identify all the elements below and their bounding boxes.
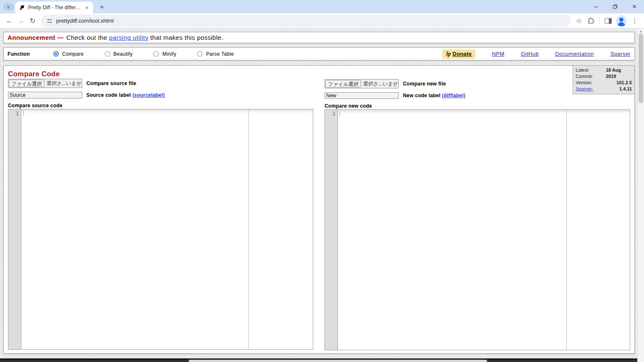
diff-code-editor: 1 xyxy=(325,109,630,350)
url-text: prettydiff.com/tool.xhtml xyxy=(56,18,114,24)
avatar-person-icon xyxy=(619,18,623,22)
source-editor-divider xyxy=(248,109,249,349)
diff-file-caption: Compare new file xyxy=(403,81,446,87)
nav-link-npm[interactable]: NPM xyxy=(492,51,504,57)
announcement-bar: Announcement — Check out the parsing uti… xyxy=(3,32,635,43)
line-number: 1 xyxy=(332,111,335,117)
version-box: Latest Commit: 18 Aug 2019 Version: 101.… xyxy=(573,66,634,94)
next-section-edge xyxy=(0,358,637,362)
nav-link-documentation[interactable]: Documentation xyxy=(555,51,594,57)
minimize-button[interactable] xyxy=(586,0,605,13)
function-label: Function xyxy=(8,51,30,57)
source-column: Compare Code ファイル選択 選択さ...いません Compare s… xyxy=(8,70,313,350)
sparser-version-link[interactable]: Sparser: xyxy=(576,86,593,92)
source-label-input[interactable] xyxy=(8,92,82,98)
side-panel-icon[interactable] xyxy=(602,15,614,27)
text-cursor xyxy=(23,111,23,116)
window-controls: × xyxy=(586,0,644,13)
source-file-select-button[interactable]: ファイル選択 xyxy=(9,80,44,87)
chevron-down-icon: ∨ xyxy=(7,5,10,9)
menu-icon[interactable]: ⋮ xyxy=(629,15,641,27)
source-file-input[interactable]: ファイル選択 選択さ...いません xyxy=(8,79,82,88)
version-row: Version: 101.2.5 xyxy=(576,80,632,86)
source-file-caption: Compare source file xyxy=(86,80,136,86)
reload-button[interactable]: ↻ xyxy=(27,15,39,27)
radio-minify[interactable]: Minify xyxy=(153,51,176,57)
function-bar-links: lp Donate NPM GitHub Documentation Spars… xyxy=(442,49,631,59)
function-bar: Function Compare Beautify Minify Parse T… xyxy=(3,47,635,60)
source-label-caption: Source code label (sourcelabel) xyxy=(86,92,165,98)
radio-parse-table-icon[interactable] xyxy=(197,51,203,57)
radio-minify-icon[interactable] xyxy=(153,51,159,57)
forward-button[interactable]: → xyxy=(15,15,27,27)
diff-column: ファイル選択 選択さ...いません Compare new file New c… xyxy=(325,70,630,350)
toolbar-actions: ☆ ⋮ xyxy=(573,15,641,27)
extensions-icon[interactable] xyxy=(585,15,597,27)
source-code-caption: Compare source code xyxy=(8,103,313,109)
profile-avatar[interactable] xyxy=(616,16,627,26)
diff-code-caption: Compare new code xyxy=(325,103,630,109)
tab-search-button[interactable]: ∨ xyxy=(3,3,13,10)
page-scrollbar[interactable]: ▲ xyxy=(637,28,644,362)
compare-code-panel: Latest Commit: 18 Aug 2019 Version: 101.… xyxy=(3,65,635,354)
toolbar-divider xyxy=(599,17,600,25)
diff-code-textarea[interactable] xyxy=(338,110,566,350)
radio-beautify[interactable]: Beautify xyxy=(105,51,133,57)
back-button[interactable]: ← xyxy=(3,15,15,27)
source-file-status: 選択さ...いません xyxy=(44,80,81,87)
browser-titlebar: ∨ Pretty Diff - The difference tool × + … xyxy=(0,0,644,13)
sourcelabel-link[interactable]: (sourcelabel) xyxy=(132,92,165,98)
scroll-up-icon[interactable]: ▲ xyxy=(638,28,644,34)
scrollbar-thumb[interactable] xyxy=(639,34,643,103)
nav-link-github[interactable]: GitHub xyxy=(521,51,539,57)
paypal-icon: lp xyxy=(446,51,451,57)
diff-file-status: 選択さ...いません xyxy=(361,80,398,88)
nav-link-sparser[interactable]: Sparser xyxy=(610,51,631,57)
browser-tab-active[interactable]: Pretty Diff - The difference tool × xyxy=(15,2,93,13)
restore-icon xyxy=(613,5,617,9)
close-icon: × xyxy=(632,3,636,11)
browser-toolbar: ← → ↻ prettydiff.com/tool.xhtml ☆ ⋮ xyxy=(0,13,644,28)
diff-file-select-button[interactable]: ファイル選択 xyxy=(325,80,361,88)
url-bar[interactable]: prettydiff.com/tool.xhtml xyxy=(41,15,571,27)
radio-compare[interactable]: Compare xyxy=(53,51,83,57)
donate-button[interactable]: lp Donate xyxy=(442,49,475,59)
radio-compare-icon[interactable] xyxy=(53,51,59,57)
next-section-inner-box xyxy=(189,359,487,362)
tab-close-icon[interactable]: × xyxy=(84,5,90,11)
difflabel-link[interactable]: (difflabel) xyxy=(442,93,465,98)
source-code-editor: 1 xyxy=(8,109,313,350)
version-row: Latest Commit: 18 Aug 2019 xyxy=(576,67,632,80)
announcement-text: Check out the parsing utility that makes… xyxy=(66,34,223,41)
text-cursor xyxy=(340,111,340,116)
prettydiff-favicon-icon xyxy=(18,4,25,11)
minimize-icon xyxy=(594,7,598,7)
diff-editor-divider xyxy=(566,110,567,350)
parsing-utility-link[interactable]: parsing utility xyxy=(109,34,148,41)
line-number: 1 xyxy=(16,111,19,116)
new-tab-button[interactable]: + xyxy=(97,3,106,11)
page-title: Compare Code xyxy=(8,70,313,78)
site-info-icon[interactable] xyxy=(46,18,53,24)
diff-label-input[interactable] xyxy=(325,92,399,99)
close-window-button[interactable]: × xyxy=(625,0,644,13)
bookmark-star-icon[interactable]: ☆ xyxy=(573,15,585,27)
version-row: Sparser: 1.4.11 xyxy=(576,86,632,92)
announcement-label: Announcement — xyxy=(8,34,64,41)
radio-parse-table[interactable]: Parse Table xyxy=(197,51,234,57)
page-content: Announcement — Check out the parsing uti… xyxy=(0,28,637,362)
radio-beautify-icon[interactable] xyxy=(105,51,110,57)
tab-title: Pretty Diff - The difference tool xyxy=(28,5,81,10)
diff-line-gutter: 1 xyxy=(325,110,338,350)
source-line-gutter: 1 xyxy=(8,109,21,349)
diff-file-input[interactable]: ファイル選択 選択さ...いません xyxy=(325,79,399,88)
diff-label-caption: New code label (difflabel) xyxy=(403,93,465,98)
restore-button[interactable] xyxy=(605,0,625,13)
source-code-textarea[interactable] xyxy=(22,109,247,349)
